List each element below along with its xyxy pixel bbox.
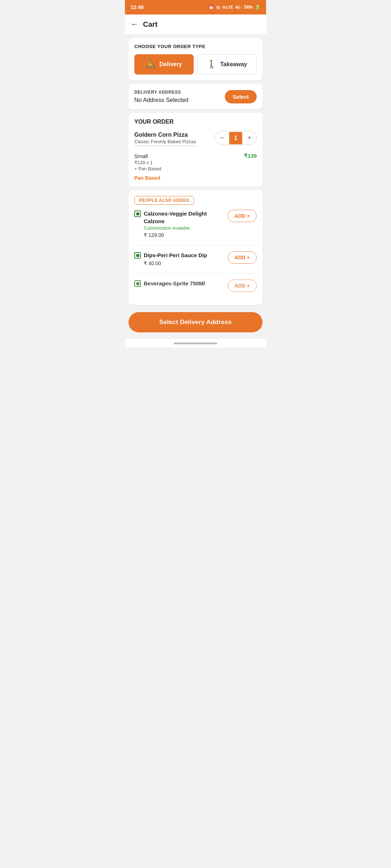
select-delivery-address-button[interactable]: Select Delivery Address [129,312,262,332]
delivery-button[interactable]: 🚴 Delivery [134,54,194,75]
delivery-icon: 🚴 [146,60,156,69]
suggestion-item-3: Beverages-Sprite 750Ml ADD + [134,280,257,292]
pan-based-link[interactable]: Pan Based [134,175,257,181]
page-title: Cart [143,20,157,29]
back-button[interactable]: ← [131,20,139,29]
item-size: Small [134,153,148,159]
delivery-addr-row: DELIVERY ADDRESS No Address Selected Sel… [134,90,257,103]
suggestion-item-2: Dips-Peri Peri Sauce Dip ₹ 40.00 ADD + [134,251,257,266]
addr-label: DELIVERY ADDRESS [134,90,188,95]
order-item-info: Goldern Corn Pizza Classic Freshly Baked… [134,131,196,150]
order-type-title: CHOOSE YOUR ORDER TYPE [134,44,257,49]
order-item-subtitle: Classic Freshly Baked Pizzas [134,139,196,146]
item-price-detail: ₹139 x 1 [134,160,257,165]
order-type-card: CHOOSE YOUR ORDER TYPE 🚴 Delivery 🚶‍♂️ T… [129,38,262,80]
status-bar: 12:48 ⏰ ◎ VoLTE 4G↕ 58% 🔋 [125,0,266,14]
addr-value: No Address Selected [134,97,188,103]
add-button-1[interactable]: ADD + [228,210,257,222]
location-icon: ◎ [216,5,220,10]
suggestion-item-1-price: ₹ 129.00 [144,232,228,238]
suggestion-item-2-info: Dips-Peri Peri Sauce Dip ₹ 40.00 [144,251,207,266]
top-nav: ← Cart [125,14,266,34]
bottom-btn-container: Select Delivery Address [125,309,266,339]
veg-icon-3 [134,280,141,287]
suggestion-item-1-name: Calzones-Veggie Delight Calzone [144,210,228,225]
order-item-row: Goldern Corn Pizza Classic Freshly Baked… [134,131,257,150]
add-button-3[interactable]: ADD + [228,280,257,292]
suggestion-item-3-left: Beverages-Sprite 750Ml [134,280,228,287]
battery-icon: 🔋 [255,5,260,10]
suggestion-item-2-name: Dips-Peri Peri Sauce Dip [144,251,207,259]
suggestion-item-1-info: Calzones-Veggie Delight Calzone Customiz… [144,210,228,238]
suggestion-item-2-price: ₹ 40.00 [144,260,207,266]
network-icon: 4G↕ [235,5,242,9]
your-order-title: YOUR ORDER [134,119,257,125]
also-added-badge: PEOPLE ALSO ADDED [134,196,194,205]
divider-1 [134,245,257,246]
status-time: 12:48 [131,4,144,10]
suggestion-item-1-custom: Customization Available [144,226,228,231]
item-size-row: Small ₹139 [134,153,257,159]
item-price: ₹139 [244,153,257,159]
delivery-label: Delivery [159,61,182,68]
veg-icon-1 [134,210,141,217]
qty-increase-button[interactable]: + [242,131,256,145]
home-indicator [125,339,266,348]
alarm-icon: ⏰ [209,5,214,10]
also-added-badge-container: PEOPLE ALSO ADDED [134,196,257,210]
suggestion-item-1-left: Calzones-Veggie Delight Calzone Customiz… [134,210,228,238]
takeaway-button[interactable]: 🚶‍♂️ Takeaway [197,54,257,75]
battery-text: 58% [244,5,253,10]
your-order-card: YOUR ORDER Goldern Corn Pizza Classic Fr… [129,113,262,187]
suggestion-item-1: Calzones-Veggie Delight Calzone Customiz… [134,210,257,238]
takeaway-label: Takeaway [220,61,247,68]
select-address-button[interactable]: Select [225,90,257,103]
veg-icon-2 [134,252,141,259]
status-right: ⏰ ◎ VoLTE 4G↕ 58% 🔋 [209,5,260,10]
order-type-row: 🚴 Delivery 🚶‍♂️ Takeaway [134,54,257,75]
volte-icon: VoLTE [222,5,233,9]
qty-value: 1 [229,132,243,144]
suggestion-item-2-left: Dips-Peri Peri Sauce Dip ₹ 40.00 [134,251,228,266]
order-item-name: Goldern Corn Pizza [134,131,196,139]
home-indicator-bar [174,342,217,344]
suggestion-item-3-name: Beverages-Sprite 750Ml [144,280,205,287]
divider-2 [134,273,257,274]
suggestion-item-3-info: Beverages-Sprite 750Ml [144,280,205,287]
qty-decrease-button[interactable]: − [215,131,229,145]
people-also-added-card: PEOPLE ALSO ADDED Calzones-Veggie Deligh… [129,190,262,305]
item-addon: + Pan Based [134,166,257,171]
takeaway-icon: 🚶‍♂️ [207,60,216,69]
add-button-2[interactable]: ADD + [228,251,257,264]
delivery-addr-content: DELIVERY ADDRESS No Address Selected [134,90,188,103]
delivery-address-card: DELIVERY ADDRESS No Address Selected Sel… [129,84,262,109]
qty-control: − 1 + [215,131,257,145]
